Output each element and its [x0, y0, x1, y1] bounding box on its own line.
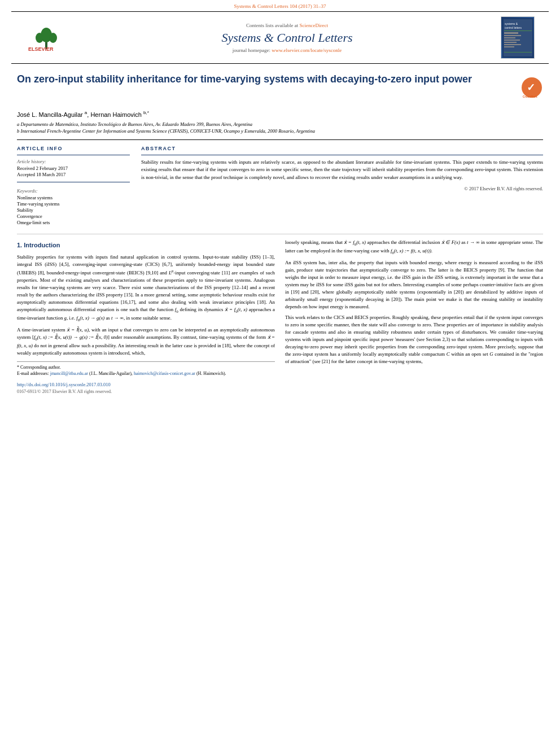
- elsevier-logo-svg: ELSEVIER: [25, 24, 71, 52]
- intro-heading: 1. Introduction: [17, 241, 275, 250]
- journal-cover: systems & control letters: [501, 16, 537, 59]
- svg-text:✓: ✓: [527, 82, 535, 93]
- keywords-label: Keywords:: [17, 188, 130, 194]
- received-date: Received 2 February 2017: [17, 165, 130, 171]
- keyword-5: Omega-limit sets: [17, 220, 130, 225]
- svg-text:CrossMark: CrossMark: [523, 95, 537, 98]
- footnote-corresponding: * Corresponding author.: [17, 364, 275, 370]
- sciencedirect-link[interactable]: ScienceDirect: [300, 23, 328, 28]
- svg-rect-13: [504, 40, 520, 41]
- affiliation-a: a Departamento de Matemática, Instituto …: [17, 121, 543, 127]
- journal-title-header: Systems & Control Letters: [73, 30, 501, 45]
- issn-line: 0167-6911/© 2017 Elsevier B.V. All right…: [17, 388, 275, 395]
- doi-line[interactable]: http://dx.doi.org/10.1016/j.sysconle.201…: [17, 381, 275, 388]
- journal-header-center: Contents lists available at ScienceDirec…: [73, 23, 501, 53]
- article-history-label: Article history:: [17, 159, 130, 164]
- right-para-1: loosely speaking, means that ẋ = f0(t, x…: [285, 239, 543, 256]
- within-text: within: [451, 351, 463, 357]
- svg-rect-11: [504, 35, 521, 36]
- accepted-date: Accepted 18 March 2017: [17, 172, 130, 177]
- svg-rect-16: [504, 46, 514, 47]
- svg-text:systems &: systems &: [505, 22, 518, 25]
- intro-para-1: Stability properties for systems with in…: [17, 254, 275, 323]
- keyword-1: Nonlinear systems: [17, 195, 130, 200]
- right-para-2: An iISS system has, inter alia, the prop…: [285, 259, 543, 311]
- article-content: On zero-input stability inheritance for …: [0, 64, 560, 406]
- elsevier-logo: ELSEVIER: [23, 24, 73, 52]
- intro-para-2: A time-invariant system ẋ = f̄(x, u), wi…: [17, 326, 275, 357]
- affiliation-b: b International French-Argentine Center …: [17, 128, 543, 134]
- homepage-url[interactable]: www.elsevier.com/locate/sysconle: [272, 47, 342, 53]
- paper-left-column: 1. Introduction Stability properties for…: [17, 239, 275, 395]
- footnote-emails: E-mail addresses: jmancill@itba.edu.ar (…: [17, 370, 275, 377]
- article-info-left: ARTICLE INFO Article history: Received 2…: [17, 146, 130, 226]
- keywords-section: Keywords: Nonlinear systems Time-varying…: [17, 188, 130, 225]
- paper-body: 1. Introduction Stability properties for…: [17, 234, 543, 395]
- authors-line: José L. Mancilla-Aguilar a, Hernan Haimo…: [17, 110, 543, 118]
- paper-right-column: loosely speaking, means that ẋ = f0(t, x…: [285, 239, 543, 395]
- svg-rect-9: [504, 30, 532, 31]
- article-info-right: ABSTRACT Stability results for time-vary…: [141, 146, 543, 226]
- abstract-text: Stability results for time-varying syste…: [141, 159, 543, 182]
- svg-text:control letters: control letters: [505, 26, 522, 29]
- crossmark-logo: ✓ CrossMark: [520, 76, 543, 100]
- svg-rect-14: [504, 42, 517, 43]
- article-info-title: ARTICLE INFO: [17, 146, 130, 151]
- abstract-divider: [141, 155, 543, 155]
- svg-rect-12: [504, 37, 515, 38]
- article-title-section: On zero-input stability inheritance for …: [17, 73, 543, 104]
- keywords-divider: [17, 182, 130, 182]
- info-divider: [17, 155, 130, 155]
- svg-point-3: [49, 33, 57, 43]
- page-container: Systems & Control Letters 104 (2017) 31–…: [0, 0, 560, 406]
- journal-citation-text: Systems & Control Letters 104 (2017) 31–…: [234, 3, 326, 9]
- svg-text:ELSEVIER: ELSEVIER: [28, 46, 54, 52]
- email-1[interactable]: jmancill@itba.edu.ar: [50, 371, 88, 376]
- article-info-section: ARTICLE INFO Article history: Received 2…: [17, 146, 543, 226]
- svg-rect-15: [504, 44, 521, 45]
- footnote-section: * Corresponding author. E-mail addresses…: [17, 361, 275, 377]
- abstract-title: ABSTRACT: [141, 146, 543, 151]
- journal-citation-bar: Systems & Control Letters 104 (2017) 31–…: [0, 0, 560, 11]
- svg-rect-17: [504, 52, 532, 53]
- keyword-2: Time-varying systems: [17, 201, 130, 207]
- svg-rect-10: [504, 32, 518, 34]
- article-main-title: On zero-input stability inheritance for …: [17, 73, 520, 86]
- svg-point-2: [36, 33, 43, 43]
- right-para-3: This work relates to the CICS and BEICS …: [285, 314, 543, 365]
- copyright-line: © 2017 Elsevier B.V. All rights reserved…: [141, 186, 543, 191]
- contents-available: Contents lists available at ScienceDirec…: [73, 23, 501, 28]
- journal-cover-image: systems & control letters: [501, 16, 535, 59]
- email-2[interactable]: haimovich@cifasis-conicet.gov.ar: [134, 371, 195, 376]
- keyword-4: Convergence: [17, 213, 130, 219]
- journal-homepage: journal homepage: www.elsevier.com/locat…: [73, 47, 501, 53]
- journal-header: ELSEVIER Contents lists available at Sci…: [11, 11, 549, 64]
- title-divider: [17, 139, 543, 140]
- keyword-3: Stability: [17, 207, 130, 213]
